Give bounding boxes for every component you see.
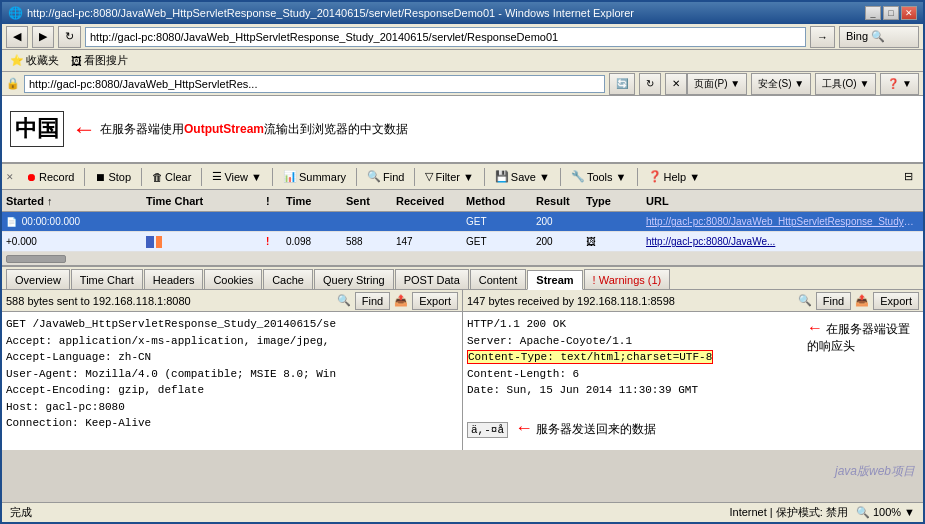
star-icon: ⭐: [10, 54, 24, 67]
right-export-button[interactable]: Export: [873, 292, 919, 310]
clear-button[interactable]: 🗑 Clear: [146, 167, 197, 187]
tab-warnings[interactable]: ! Warnings (1): [584, 269, 671, 289]
right-find-button[interactable]: Find: [816, 292, 851, 310]
refresh-button[interactable]: ↻: [58, 26, 81, 48]
red-arrow-icon: ←: [72, 117, 96, 141]
fav-item-image-search[interactable]: 🖼 看图搜片: [67, 52, 132, 69]
annotation-area: ← 在服务器端使用OutputStream流输出到浏览器的中文数据: [72, 117, 408, 141]
annotation-arrow-icon: ←: [807, 319, 823, 336]
filter-button[interactable]: ▽ Filter ▼: [419, 167, 479, 187]
help-menu[interactable]: ❓ ▼: [880, 73, 919, 95]
tab-headers[interactable]: Headers: [144, 269, 204, 289]
stop-button[interactable]: ⏹ Stop: [89, 167, 137, 187]
find-button[interactable]: 🔍 Find: [361, 167, 410, 187]
clear-icon: 🗑: [152, 171, 163, 183]
stop-btn2[interactable]: ✕: [665, 73, 687, 95]
right-pane-toolbar: 147 bytes received by 192.168.118.1:8598…: [463, 290, 923, 312]
cell-started-2: +0.000: [6, 236, 146, 247]
second-address-input[interactable]: [24, 75, 605, 93]
cell-method-1: GET: [466, 216, 536, 227]
tab-querystring[interactable]: Query String: [314, 269, 394, 289]
tab-cache[interactable]: Cache: [263, 269, 313, 289]
lock-icon: 🔒: [6, 77, 20, 90]
search-bar[interactable]: Bing 🔍: [839, 26, 919, 48]
content-type-highlight: Content-Type: text/html;charset=UTF-8: [467, 350, 713, 364]
tab-postdata[interactable]: POST Data: [395, 269, 469, 289]
date-header: Date: Sun, 15 Jun 2014 11:30:39 GMT: [467, 382, 919, 399]
fav-item-label: 看图搜片: [84, 53, 128, 68]
second-address-area: 🔒 🔄 ↻ ✕: [6, 73, 687, 95]
back-button[interactable]: ◀: [6, 26, 28, 48]
forward-button[interactable]: ▶: [32, 26, 54, 48]
accept-language-header: Accept-Language: zh-CN: [6, 349, 458, 366]
content-length-header: Content-Length: 6: [467, 366, 919, 383]
tools-button[interactable]: 🔧 Tools ▼: [565, 167, 633, 187]
arrow-right-icon: ←: [519, 418, 530, 438]
col-received: Received: [396, 195, 466, 207]
save-button[interactable]: 💾 Save ▼: [489, 167, 556, 187]
compat-button[interactable]: 🔄: [609, 73, 635, 95]
address-input[interactable]: [85, 27, 806, 47]
close-button[interactable]: ✕: [901, 6, 917, 20]
table-row[interactable]: 📄 00:00:00.000 GET 200 http://gacl-pc:80…: [2, 212, 923, 232]
left-pane-toolbar: 588 bytes sent to 192.168.118.1:8080 🔍 F…: [2, 290, 462, 312]
maximize-button[interactable]: □: [883, 6, 899, 20]
safety-menu[interactable]: 安全(S) ▼: [751, 73, 811, 95]
timechart-bar-blue: [146, 236, 154, 248]
minimize-button[interactable]: _: [865, 6, 881, 20]
left-pane-label: 588 bytes sent to 192.168.118.1:8080: [6, 295, 191, 307]
internet-zone: Internet | 保护模式: 禁用: [729, 505, 847, 520]
tab-timechart[interactable]: Time Chart: [71, 269, 143, 289]
record-button[interactable]: ⏺ Record: [20, 167, 80, 187]
view-button[interactable]: ☰ View ▼: [206, 167, 268, 187]
table-row[interactable]: +0.000 ! 0.098 588 147 GET 200 🖼 http://…: [2, 232, 923, 252]
tab-stream[interactable]: Stream: [527, 270, 582, 290]
left-find-button[interactable]: Find: [355, 292, 390, 310]
status-bar: 完成 Internet | 保护模式: 禁用 🔍 100% ▼: [2, 502, 923, 522]
go-button[interactable]: →: [810, 26, 835, 48]
dock-button[interactable]: ⊟: [898, 167, 919, 187]
zoom-control[interactable]: 🔍 100% ▼: [856, 506, 915, 519]
refresh-btn2[interactable]: ↻: [639, 73, 661, 95]
cell-url-2[interactable]: http://gacl-pc:8080/JavaWe...: [646, 236, 919, 247]
favorites-label: 收藏夹: [26, 53, 59, 68]
page-menu[interactable]: 页面(P) ▼: [687, 73, 747, 95]
separator2: [141, 168, 142, 186]
tab-content[interactable]: Content: [470, 269, 527, 289]
response-header-annotation: ← 在服务器端设置的响应头: [807, 318, 917, 354]
tools-menu[interactable]: 工具(O) ▼: [815, 73, 876, 95]
separator7: [484, 168, 485, 186]
status-text: 完成: [10, 505, 32, 520]
col-type: Type: [586, 195, 646, 207]
separator3: [201, 168, 202, 186]
help-button[interactable]: ❓ Help ▼: [642, 167, 707, 187]
horizontal-scrollbar[interactable]: [6, 255, 66, 263]
cell-result-2: 200: [536, 236, 586, 247]
browser-content: 中国 ← 在服务器端使用OutputStream流输出到浏览器的中文数据: [2, 96, 923, 164]
help-icon: ❓: [648, 170, 662, 183]
cell-method-2: GET: [466, 236, 536, 247]
tab-overview[interactable]: Overview: [6, 269, 70, 289]
find-icon-left: 🔍: [337, 294, 351, 307]
cell-started-1: 📄 00:00:00.000: [6, 216, 146, 227]
separator5: [356, 168, 357, 186]
find-icon-right: 🔍: [798, 294, 812, 307]
page-tools: 页面(P) ▼ 安全(S) ▼ 工具(O) ▼ ❓ ▼: [687, 73, 919, 95]
col-result: Result: [536, 195, 586, 207]
right-pane: 147 bytes received by 192.168.118.1:8598…: [463, 290, 923, 450]
separator9: [637, 168, 638, 186]
separator6: [414, 168, 415, 186]
window-title: http://gacl-pc:8080/JavaWeb_HttpServletR…: [27, 7, 634, 19]
httpwatch-toolbar: ✕ ⏺ Record ⏹ Stop 🗑 Clear ☰ View ▼ �: [2, 164, 923, 190]
favorites-menu[interactable]: ⭐ 收藏夹: [6, 52, 63, 69]
accept-encoding-header: Accept-Encoding: gzip, deflate: [6, 382, 458, 399]
export-icon-left: 📤: [394, 294, 408, 307]
right-pane-label: 147 bytes received by 192.168.118.1:8598: [467, 295, 675, 307]
accept-header: Accept: application/x-ms-application, im…: [6, 333, 458, 350]
summary-button[interactable]: 📊 Summary: [277, 167, 352, 187]
col-url: URL: [646, 195, 919, 207]
left-export-button[interactable]: Export: [412, 292, 458, 310]
cell-url-1[interactable]: http://gacl-pc:8080/JavaWeb_HttpServletR…: [646, 216, 919, 227]
tab-cookies[interactable]: Cookies: [204, 269, 262, 289]
detail-section: Overview Time Chart Headers Cookies Cach…: [2, 266, 923, 450]
